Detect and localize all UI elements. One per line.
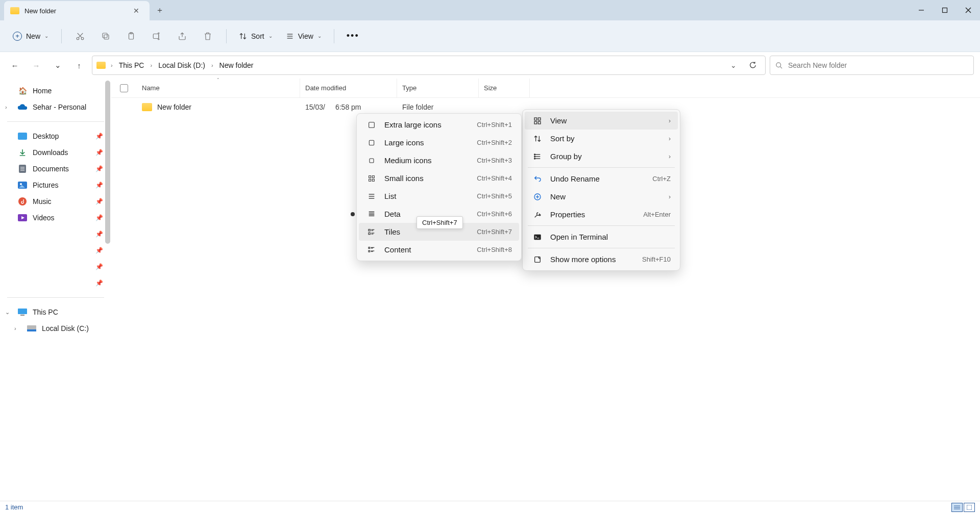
undo-icon: [532, 175, 543, 183]
sidebar-item-pinned[interactable]: 📌: [2, 259, 109, 275]
delete-button[interactable]: [197, 27, 219, 45]
folder-icon: [10, 7, 19, 14]
new-tab-button[interactable]: ＋: [150, 0, 170, 20]
view-mode-icon: [366, 228, 377, 236]
breadcrumb-item[interactable]: This PC: [116, 59, 148, 71]
minimize-button[interactable]: [910, 0, 933, 20]
folder-icon: [142, 103, 152, 111]
pin-icon: 📌: [95, 182, 103, 189]
chevron-right-icon[interactable]: ›: [5, 104, 7, 110]
column-header-size[interactable]: Size: [479, 79, 530, 97]
folder-icon: [96, 62, 106, 69]
context-item-terminal[interactable]: Open in Terminal: [525, 228, 678, 246]
address-dropdown-button[interactable]: ⌄: [725, 57, 742, 73]
sidebar-label: Local Disk (C:): [42, 324, 89, 332]
context-view-item[interactable]: Large iconsCtrl+Shift+2: [359, 134, 519, 151]
search-input[interactable]: [788, 61, 968, 69]
refresh-button[interactable]: [745, 57, 761, 73]
pin-icon: 📌: [95, 214, 103, 221]
sidebar-item-personal[interactable]: › Sehar - Personal: [2, 99, 109, 115]
search-icon: [775, 62, 783, 69]
file-name-cell: New folder: [137, 103, 300, 111]
tab-close-button[interactable]: ✕: [129, 7, 143, 15]
sidebar-item-documents[interactable]: Documents 📌: [2, 161, 109, 177]
sidebar-item-desktop[interactable]: Desktop 📌: [2, 128, 109, 144]
details-view-button[interactable]: [951, 503, 963, 512]
svg-rect-8: [104, 35, 109, 39]
more-button[interactable]: •••: [341, 29, 364, 43]
view-mode-icon: [366, 192, 377, 200]
svg-rect-18: [18, 133, 27, 140]
pin-icon: 📌: [95, 165, 103, 172]
context-item-groupby[interactable]: Group by ›: [525, 147, 678, 165]
context-item-view[interactable]: View ›: [525, 112, 678, 130]
context-view-item[interactable]: ListCtrl+Shift+5: [359, 187, 519, 205]
context-item-more[interactable]: Show more options Shift+F10: [525, 250, 678, 268]
breadcrumb-item[interactable]: New folder: [216, 59, 257, 71]
sidebar-item-pinned[interactable]: 📌: [2, 275, 109, 291]
column-header-type[interactable]: Type: [397, 79, 479, 97]
back-button[interactable]: ←: [6, 57, 23, 74]
context-item-new[interactable]: New ›: [525, 188, 678, 206]
file-date-cell: 15/03/ 6:58 pm: [300, 103, 397, 111]
navigation-pane: 🏠 Home › Sehar - Personal Desktop 📌 Down…: [0, 79, 111, 501]
sidebar-item-pictures[interactable]: Pictures 📌: [2, 177, 109, 193]
svg-rect-12: [153, 34, 159, 38]
sidebar-item-downloads[interactable]: Downloads 📌: [2, 144, 109, 161]
rename-button[interactable]: [145, 27, 168, 45]
svg-rect-27: [18, 309, 27, 314]
chevron-right-icon: ›: [669, 153, 671, 160]
chevron-right-icon: ›: [669, 193, 671, 200]
close-window-button[interactable]: [957, 0, 980, 20]
sidebar-label: Home: [33, 87, 52, 95]
svg-point-38: [534, 154, 535, 155]
svg-rect-9: [103, 33, 107, 38]
title-bar: New folder ✕ ＋: [0, 0, 980, 20]
view-mode-icon: [366, 174, 377, 183]
copy-button[interactable]: [94, 27, 117, 45]
svg-rect-33: [534, 121, 537, 124]
tab-title: New folder: [24, 7, 124, 15]
chevron-down-icon[interactable]: ⌄: [5, 309, 10, 316]
context-view-item[interactable]: Medium iconsCtrl+Shift+3: [359, 151, 519, 169]
sidebar-item-music[interactable]: Music 📌: [2, 193, 109, 210]
svg-rect-1: [943, 8, 947, 13]
sort-button[interactable]: Sort ⌄: [234, 29, 278, 43]
svg-rect-32: [538, 118, 541, 120]
chevron-right-icon[interactable]: ›: [14, 325, 16, 331]
share-button[interactable]: [171, 27, 193, 45]
column-header-date[interactable]: Date modified: [300, 79, 397, 97]
new-button[interactable]: + New ⌄: [7, 28, 54, 44]
tab-current[interactable]: New folder ✕: [4, 1, 150, 20]
thumbnails-view-button[interactable]: [964, 503, 975, 512]
address-bar-row: ← → ⌄ ↑ › This PC › Local Disk (D:) › Ne…: [0, 52, 980, 79]
column-header-name[interactable]: ˄ Name: [137, 79, 300, 97]
list-icon: [286, 32, 294, 40]
sidebar-item-pinned[interactable]: 📌: [2, 226, 109, 242]
forward-button[interactable]: →: [28, 57, 45, 74]
search-box[interactable]: [770, 56, 974, 75]
select-all-checkbox[interactable]: [120, 84, 128, 92]
sidebar-item-pinned[interactable]: 📌: [2, 242, 109, 259]
sidebar-item-videos[interactable]: Videos 📌: [2, 210, 109, 226]
context-view-item[interactable]: Extra large iconsCtrl+Shift+1: [359, 116, 519, 134]
sidebar-item-localc[interactable]: › Local Disk (C:): [2, 320, 109, 337]
breadcrumb-item[interactable]: Local Disk (D:): [155, 59, 208, 71]
sidebar-item-home[interactable]: 🏠 Home: [2, 83, 109, 99]
view-mode-icon: [366, 210, 377, 218]
address-bar[interactable]: › This PC › Local Disk (D:) › New folder…: [92, 56, 766, 75]
context-item-sortby[interactable]: Sort by ›: [525, 130, 678, 147]
up-button[interactable]: ↑: [70, 57, 88, 74]
paste-button[interactable]: [120, 27, 142, 45]
context-view-item[interactable]: Small iconsCtrl+Shift+4: [359, 169, 519, 187]
sidebar-item-thispc[interactable]: ⌄ This PC: [2, 304, 109, 320]
view-button[interactable]: View ⌄: [281, 29, 327, 43]
recent-button[interactable]: ⌄: [49, 57, 66, 74]
cut-button[interactable]: [69, 27, 91, 45]
maximize-button[interactable]: [933, 0, 957, 20]
context-view-item[interactable]: ContentCtrl+Shift+8: [359, 241, 519, 259]
context-item-properties[interactable]: Properties Alt+Enter: [525, 206, 678, 223]
context-item-undo[interactable]: Undo Rename Ctrl+Z: [525, 170, 678, 188]
sidebar-label: Documents: [33, 165, 69, 173]
sidebar-label: Downloads: [33, 148, 68, 157]
